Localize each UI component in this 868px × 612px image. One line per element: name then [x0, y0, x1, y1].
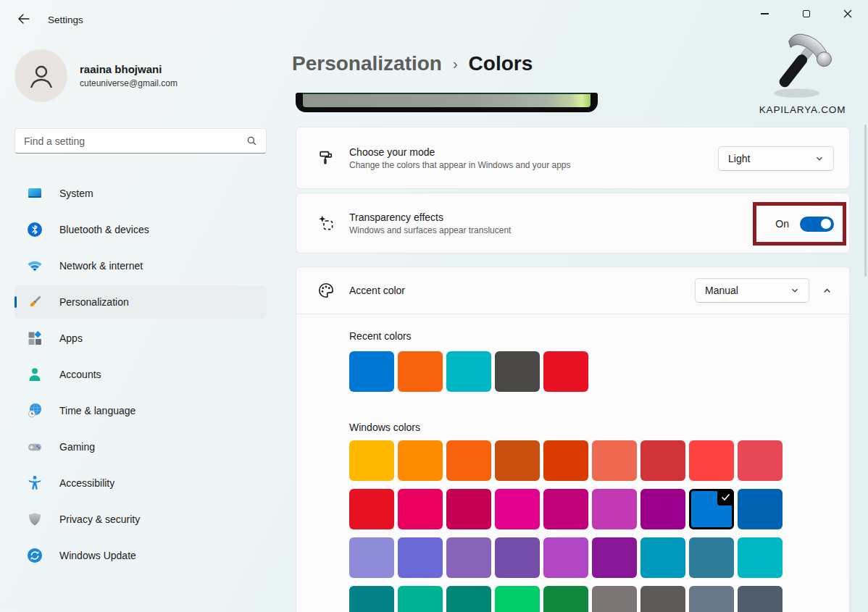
sidebar-nav: System Bluetooth & devices Network & int… [14, 177, 267, 575]
sidebar-item-accounts[interactable]: Accounts [14, 358, 267, 391]
color-swatch[interactable] [398, 489, 443, 529]
color-swatch[interactable] [592, 440, 637, 481]
sidebar-item-time-language[interactable]: Time & language [14, 394, 267, 427]
transparency-toggle[interactable] [800, 217, 834, 232]
transparency-row: Transparency effects Windows and surface… [296, 193, 850, 253]
sidebar-item-label: Accounts [59, 369, 101, 380]
color-swatch[interactable] [738, 489, 783, 529]
color-swatch[interactable] [592, 489, 637, 529]
scrollbar[interactable] [864, 125, 867, 277]
transparency-subtitle: Windows and surfaces appear translucent [349, 225, 511, 235]
sidebar-item-label: Apps [59, 332, 83, 344]
color-swatch[interactable] [446, 586, 491, 612]
windows-colors-grid [349, 440, 849, 612]
minimize-button[interactable] [744, 0, 785, 28]
color-swatch[interactable] [349, 537, 394, 578]
collapse-expander-button[interactable] [819, 282, 835, 298]
color-swatch[interactable] [738, 586, 783, 612]
color-swatch[interactable] [446, 489, 491, 529]
maximize-icon [803, 10, 810, 17]
back-button[interactable] [12, 10, 35, 28]
color-swatch[interactable] [398, 586, 443, 612]
sidebar-item-label: Bluetooth & devices [59, 224, 149, 235]
sidebar-item-system[interactable]: System [14, 177, 267, 210]
close-icon [843, 9, 852, 18]
color-swatch[interactable] [543, 440, 588, 481]
color-swatch[interactable] [543, 351, 588, 392]
color-swatch[interactable] [543, 537, 588, 578]
choose-mode-subtitle: Change the colors that appear in Windows… [349, 160, 571, 170]
user-profile[interactable]: raaina bhojwani cuteuniverse@gmail.com [14, 49, 178, 102]
chevron-up-icon [822, 286, 832, 295]
color-swatch[interactable] [640, 440, 685, 481]
color-swatch[interactable] [349, 586, 394, 612]
time-language-icon [26, 402, 43, 419]
choose-mode-title: Choose your mode [349, 146, 571, 158]
accessibility-icon [26, 474, 43, 492]
accent-color-section: Accent color Manual Recent colors Window… [296, 267, 850, 612]
color-swatch[interactable] [738, 440, 783, 481]
sidebar-item-windows-update[interactable]: Windows Update [14, 539, 267, 572]
sidebar-item-label: Network & internet [59, 260, 143, 272]
color-swatch[interactable] [398, 351, 443, 392]
sidebar-item-label: Accessibility [59, 477, 114, 489]
accent-mode-value: Manual [705, 285, 738, 296]
back-arrow-icon [17, 14, 30, 24]
color-swatch[interactable] [495, 440, 540, 481]
color-swatch[interactable] [543, 586, 588, 612]
color-swatch-selected[interactable] [689, 489, 734, 529]
color-swatch[interactable] [543, 489, 588, 529]
color-swatch[interactable] [349, 489, 394, 529]
color-swatch[interactable] [495, 489, 540, 529]
color-swatch[interactable] [689, 440, 734, 481]
watermark: KAPILARYA.COM [750, 28, 855, 115]
color-swatch[interactable] [495, 537, 540, 578]
color-swatch[interactable] [689, 586, 734, 612]
sidebar-item-personalization[interactable]: Personalization [14, 285, 267, 319]
search-input[interactable] [24, 135, 246, 147]
search-box[interactable] [14, 128, 267, 154]
personalization-icon [26, 293, 43, 311]
recent-colors-label: Recent colors [349, 330, 849, 342]
maximize-button[interactable] [785, 0, 827, 28]
color-swatch[interactable] [738, 537, 783, 578]
search-icon [246, 135, 257, 146]
color-swatch[interactable] [640, 537, 685, 578]
color-swatch[interactable] [446, 440, 491, 481]
color-swatch[interactable] [398, 537, 443, 578]
close-button[interactable] [827, 0, 868, 28]
sidebar-item-privacy-security[interactable]: Privacy & security [14, 503, 267, 536]
sidebar-item-label: Windows Update [59, 550, 136, 561]
windows-colors-block: Windows colors [349, 422, 849, 612]
accent-mode-dropdown[interactable]: Manual [695, 278, 809, 303]
color-swatch[interactable] [446, 351, 491, 392]
color-swatch[interactable] [640, 586, 685, 612]
breadcrumb-parent[interactable]: Personalization [292, 52, 442, 75]
title-bar: Settings [0, 0, 868, 35]
color-swatch[interactable] [689, 537, 734, 578]
sidebar-item-gaming[interactable]: Gaming [14, 430, 267, 464]
color-swatch[interactable] [592, 586, 637, 612]
sidebar-item-bluetooth-devices[interactable]: Bluetooth & devices [14, 213, 267, 246]
color-swatch[interactable] [349, 351, 394, 392]
toggle-state-label: On [775, 218, 789, 230]
avatar [14, 49, 67, 102]
accounts-icon [26, 366, 43, 383]
user-email: cuteuniverse@gmail.com [80, 78, 178, 88]
color-swatch[interactable] [349, 440, 394, 481]
color-swatch[interactable] [495, 351, 540, 392]
system-icon [26, 185, 43, 202]
mode-dropdown[interactable]: Light [718, 146, 834, 171]
sidebar-item-accessibility[interactable]: Accessibility [14, 466, 267, 500]
transparency-icon [317, 214, 335, 232]
accent-color-row[interactable]: Accent color Manual [296, 267, 849, 314]
color-swatch[interactable] [495, 586, 540, 612]
sidebar-item-network-internet[interactable]: Network & internet [14, 249, 267, 282]
color-swatch[interactable] [446, 537, 491, 578]
color-swatch[interactable] [640, 489, 685, 529]
recent-colors-block: Recent colors [349, 330, 849, 392]
sidebar-item-apps[interactable]: Apps [14, 322, 267, 355]
color-swatch[interactable] [398, 440, 443, 481]
color-swatch[interactable] [592, 537, 637, 578]
sidebar: raaina bhojwani cuteuniverse@gmail.com S… [0, 35, 284, 612]
